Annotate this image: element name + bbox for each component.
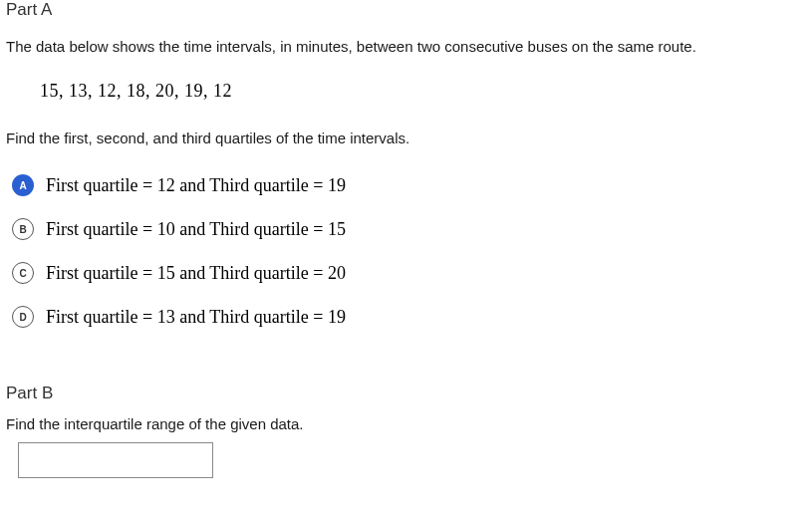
option-d-text: First quartile = 13 and Third quartile =… [46, 307, 346, 328]
option-a-text: First quartile = 12 and Third quartile =… [46, 175, 346, 196]
option-c[interactable]: C First quartile = 15 and Third quartile… [12, 262, 806, 284]
part-b-heading: Part B [6, 384, 806, 403]
option-c-badge: C [12, 262, 34, 284]
find-instruction: Find the first, second, and third quarti… [6, 130, 806, 146]
part-a-section: Part A The data below shows the time int… [6, 0, 806, 328]
part-b-question: Find the interquartile range of the give… [6, 415, 806, 432]
option-b-text: First quartile = 10 and Third quartile =… [46, 219, 346, 240]
option-d-badge: D [12, 306, 34, 328]
option-a-badge: A [12, 174, 34, 196]
option-c-text: First quartile = 15 and Third quartile =… [46, 263, 346, 284]
option-b-badge: B [12, 218, 34, 240]
options-list: A First quartile = 12 and Third quartile… [6, 174, 806, 328]
data-values: 15, 13, 12, 18, 20, 19, 12 [40, 81, 806, 102]
part-b-section: Part B Find the interquartile range of t… [6, 384, 806, 478]
option-a[interactable]: A First quartile = 12 and Third quartile… [12, 174, 806, 196]
iqr-answer-input[interactable] [18, 442, 213, 478]
option-b[interactable]: B First quartile = 10 and Third quartile… [12, 218, 806, 240]
part-a-question: The data below shows the time intervals,… [6, 36, 806, 57]
option-d[interactable]: D First quartile = 13 and Third quartile… [12, 306, 806, 328]
part-a-heading: Part A [6, 0, 806, 20]
